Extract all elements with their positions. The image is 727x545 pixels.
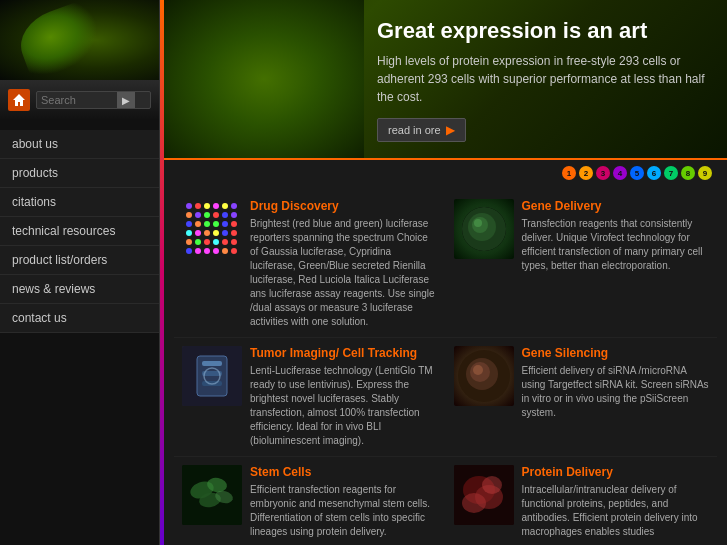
carousel-dot-3[interactable]: 3 [596,166,610,180]
card-stem-cells: Stem Cells Efficient transfection reagen… [174,457,446,545]
card-title-protein-delivery: Protein Delivery [522,465,710,479]
card-img-tumor-imaging [182,346,242,406]
svg-rect-7 [202,361,222,366]
hero-bg-image [164,0,364,158]
card-content-drug-discovery: Drug Discovery Brightest (red blue and g… [250,199,438,329]
sidebar-top-image [0,0,159,80]
card-title-gene-delivery: Gene Delivery [522,199,710,213]
sidebar: ▶ about us products citations technical … [0,0,160,545]
search-button[interactable]: ▶ [117,92,135,108]
nav-technical-resources[interactable]: technical resources [0,217,159,246]
card-img-protein-delivery [454,465,514,525]
card-content-gene-silencing: Gene Silencing Efficient delivery of siR… [522,346,710,448]
svg-point-24 [482,476,502,494]
nav-news-reviews[interactable]: news & reviews [0,275,159,304]
nav-product-list[interactable]: product list/orders [0,246,159,275]
nav-citations[interactable]: citations [0,188,159,217]
card-desc-protein-delivery: Intracellular/intranuclear delivery of f… [522,483,710,539]
card-desc-gene-silencing: Efficient delivery of siRNA /microRNA us… [522,364,710,420]
card-desc-tumor-imaging: Lenti-Luciferase technology (LentiGlo TM… [250,364,438,448]
cards-grid: Drug Discovery Brightest (red blue and g… [164,186,727,545]
card-content-protein-delivery: Protein Delivery Intracellular/intranucl… [522,465,710,539]
hero-arrow-icon: ▶ [446,123,455,137]
carousel-dot-4[interactable]: 4 [613,166,627,180]
card-drug-discovery: Drug Discovery Brightest (red blue and g… [174,191,446,338]
carousel-dot-9[interactable]: 9 [698,166,712,180]
hero-read-more-button[interactable]: read in ore ▶ [377,118,466,142]
svg-point-4 [474,219,482,227]
carousel-dot-8[interactable]: 8 [681,166,695,180]
card-img-stem-cells [182,465,242,525]
search-box: ▶ [36,91,151,109]
card-img-drug-discovery [182,199,242,259]
carousel-dot-5[interactable]: 5 [630,166,644,180]
nav-menu: about us products citations technical re… [0,130,159,333]
nav-about-us[interactable]: about us [0,130,159,159]
home-icon[interactable] [8,89,30,111]
carousel-dot-7[interactable]: 7 [664,166,678,180]
hero-title: Great expression is an art [377,18,707,44]
card-title-stem-cells: Stem Cells [250,465,438,479]
card-desc-stem-cells: Efficient transfection reagents for embr… [250,483,438,539]
svg-point-23 [462,493,486,513]
nav-contact-us[interactable]: contact us [0,304,159,333]
hero-banner: Great expression is an art High levels o… [164,0,727,160]
svg-point-14 [473,365,483,375]
carousel-dot-2[interactable]: 2 [579,166,593,180]
card-title-gene-silencing: Gene Silencing [522,346,710,360]
search-input[interactable] [37,92,117,108]
card-content-stem-cells: Stem Cells Efficient transfection reagen… [250,465,438,539]
card-content-tumor-imaging: Tumor Imaging/ Cell Tracking Lenti-Lucif… [250,346,438,448]
card-gene-silencing: Gene Silencing Efficient delivery of siR… [446,338,718,457]
card-desc-drug-discovery: Brightest (red blue and green) luciferas… [250,217,438,329]
hero-subtitle: High levels of protein expression in fre… [377,52,707,106]
hero-text-block: Great expression is an art High levels o… [357,0,727,158]
carousel-dot-1[interactable]: 1 [562,166,576,180]
card-gene-delivery: Gene Delivery Transfection reagents that… [446,191,718,338]
card-tumor-imaging: Tumor Imaging/ Cell Tracking Lenti-Lucif… [174,338,446,457]
carousel-dots: 123456789 [164,160,727,186]
carousel-dot-6[interactable]: 6 [647,166,661,180]
card-title-tumor-imaging: Tumor Imaging/ Cell Tracking [250,346,438,360]
card-img-gene-silencing [454,346,514,406]
card-protein-delivery: Protein Delivery Intracellular/intranucl… [446,457,718,545]
sidebar-header: ▶ [0,80,159,120]
nav-products[interactable]: products [0,159,159,188]
content-area: Great expression is an art High levels o… [164,0,727,545]
card-title-drug-discovery: Drug Discovery [250,199,438,213]
card-desc-gene-delivery: Transfection reagents that consistently … [522,217,710,273]
card-img-gene-delivery [454,199,514,259]
card-content-gene-delivery: Gene Delivery Transfection reagents that… [522,199,710,329]
